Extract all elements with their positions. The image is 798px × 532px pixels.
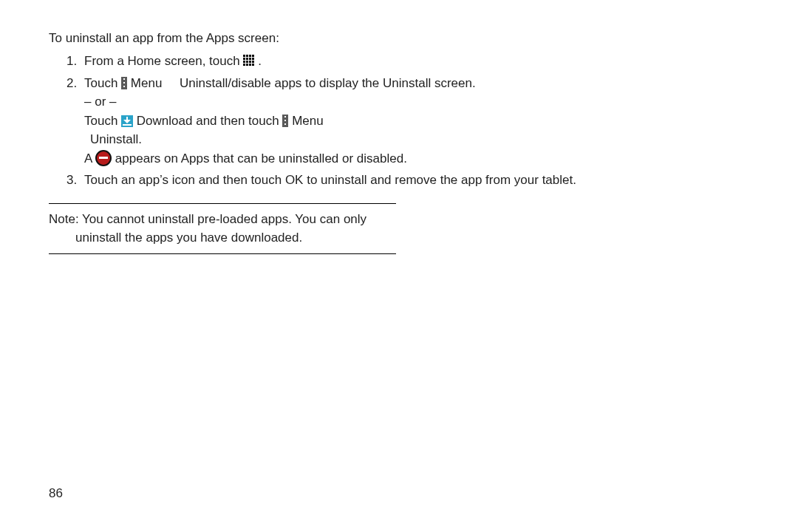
intro-text: To uninstall an app from the Apps screen… [49,31,761,46]
step-1: From a Home screen, touch . [49,52,761,71]
page-number: 86 [49,486,63,501]
note-label: Note: [49,212,79,226]
step-3-text: Touch an app’s icon and then touch OK to… [84,173,576,187]
note-block: Note: You cannot uninstall pre-loaded ap… [49,203,396,254]
step-2-menu: Menu [131,76,163,90]
note-body: You cannot uninstall pre-loaded apps. Yo… [82,212,366,226]
note-cont: uninstall the apps you have downloaded. [49,228,396,248]
step-1-text-b: . [258,54,262,68]
step-2-text-d: and then touch [196,114,282,128]
step-2-download: Download [137,114,193,128]
step-2-text-b: to display the Uninstall screen. [305,76,476,90]
remove-badge-icon [95,150,112,166]
step-2-e-a: A [84,151,95,166]
step-2: Touch Menu Uninstall/disable apps to dis… [49,74,761,168]
step-3: Touch an app’s icon and then touch OK to… [49,171,761,190]
step-2-text-a: Touch [84,76,121,90]
overflow-menu-icon [282,115,288,127]
step-1-text-a: From a Home screen, touch [84,54,243,68]
download-icon [121,115,133,127]
overflow-menu-icon [121,77,127,89]
manual-page: To uninstall an app from the Apps screen… [0,0,798,532]
step-2-or: – or – [84,92,761,112]
step-2-uninstall-line: Uninstall. [84,130,142,149]
step-2-menu2: Menu [292,114,324,128]
step-2-text-c: Touch [84,114,121,128]
divider-bottom [49,253,396,254]
step-2-uninstall-apps: Uninstall/disable apps [180,76,301,90]
apps-grid-icon [243,55,254,66]
step-2-e-b: appears on Apps that can be uninstalled … [115,151,407,166]
step-list: From a Home screen, touch . Touch Menu U… [49,52,761,190]
